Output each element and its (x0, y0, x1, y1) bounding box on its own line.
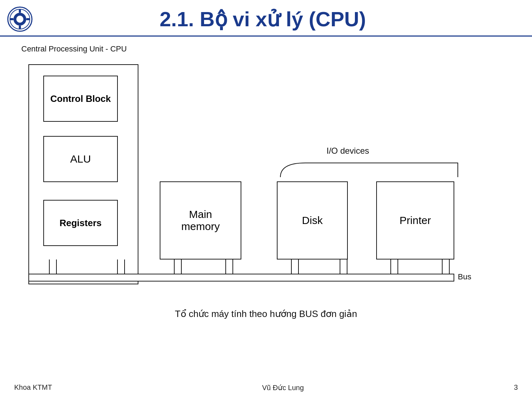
logo-icon: IoT (7, 6, 33, 32)
footer-left: Khoa KTMT (14, 383, 52, 392)
registers-block: Registers (43, 200, 118, 246)
io-devices-label: I/O devices (327, 146, 369, 156)
brace-icon (270, 159, 468, 181)
bus-label: Bus (458, 272, 471, 282)
printer-box: Printer (376, 181, 454, 259)
control-block: Control Block (43, 76, 118, 122)
diagram-area: Control Block ALU Registers Mainmemory D… (21, 61, 511, 302)
footer: Khoa KTMT Vũ Đức Lung 3 (0, 383, 532, 392)
main-memory-box: Mainmemory (160, 181, 241, 259)
cpu-box: Control Block ALU Registers (28, 64, 138, 284)
footer-right: 3 (514, 383, 518, 392)
main-memory-label: Mainmemory (181, 208, 220, 233)
svg-rect-7 (26, 18, 30, 20)
disk-box: Disk (277, 181, 348, 259)
svg-rect-6 (10, 18, 13, 20)
footer-center: Vũ Đức Lung (262, 383, 304, 392)
alu-block: ALU (43, 136, 118, 182)
diagram-caption: Tổ chức máy tính theo hướng BUS đơn giản (0, 308, 532, 319)
bus-line (28, 274, 454, 282)
subtitle: Central Processing Unit - CPU (0, 37, 532, 57)
svg-rect-4 (19, 9, 21, 13)
svg-text:IoT: IoT (17, 17, 23, 21)
header: IoT 2.1. Bộ vi xử lý (CPU) (0, 0, 532, 37)
page-title: 2.1. Bộ vi xử lý (CPU) (43, 7, 482, 31)
svg-rect-5 (19, 26, 21, 29)
